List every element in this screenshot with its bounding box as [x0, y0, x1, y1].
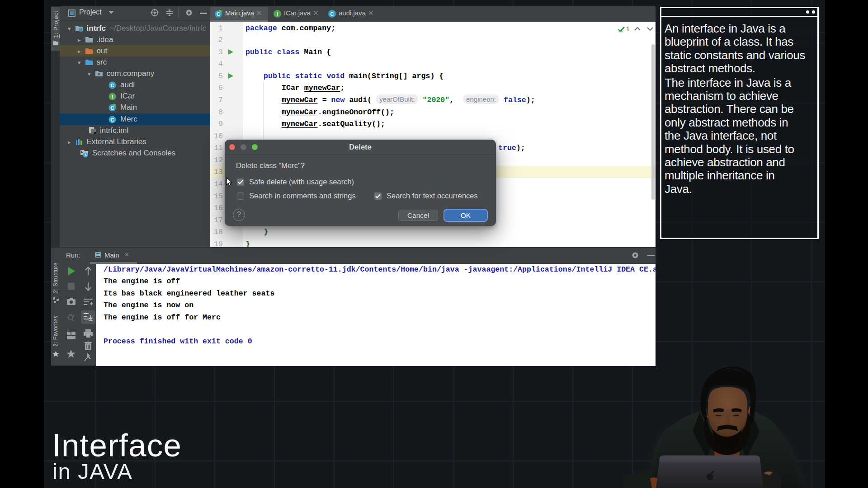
- svg-text:C: C: [111, 82, 114, 88]
- svg-text:I: I: [112, 94, 113, 99]
- svg-text:C: C: [330, 11, 334, 17]
- svg-text:I: I: [277, 11, 278, 17]
- svg-text:C: C: [111, 117, 114, 122]
